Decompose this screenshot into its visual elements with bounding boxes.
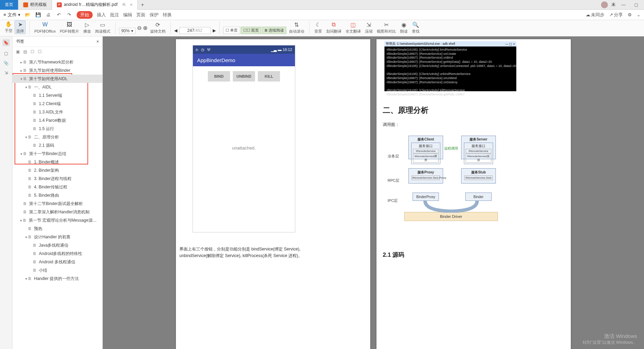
bookmark-item[interactable]: ▸🗎第九节如何使用Binder [12, 66, 102, 75]
bookmark-item[interactable]: 🗎3. Binder进程与线程 [12, 174, 102, 183]
bookmark-item[interactable]: 🗎1. Binder概述 [12, 158, 102, 166]
translate-icon: ◫ [350, 21, 357, 28]
play-button[interactable]: ▷播放 [82, 21, 92, 34]
crop-compare[interactable]: ✂截图和对比 [375, 21, 397, 34]
chevron-icon[interactable]: ▾ [24, 85, 28, 89]
bookmark-item[interactable]: 🗎1.3 AIDL文件 [12, 108, 102, 116]
bookmark-item[interactable]: 🗎2.1 源码 [12, 141, 102, 150]
minimize-icon[interactable]: — [619, 1, 628, 9]
menu-edit[interactable]: 编辑 [123, 12, 132, 18]
tab-pin-icon[interactable]: ⇱ [122, 2, 126, 7]
bookmark-item[interactable]: 🗎Android 多线程通信 [12, 258, 102, 266]
caret-down-icon[interactable]: ⌄ [637, 12, 641, 17]
rail-more-icon[interactable]: ⇲ [5, 70, 8, 75]
tab-template[interactable]: 稻壳模板 [18, 0, 52, 10]
bookmark-item[interactable]: 🗎第十二节Binder面试题全解析 [12, 199, 102, 208]
bookmark-item[interactable]: ▾🗎第十一节Binder总结 [12, 150, 102, 158]
maximize-icon[interactable]: ▢ [632, 1, 641, 9]
zoom-out-icon[interactable]: ⊖ [137, 25, 142, 31]
bookmark-item[interactable]: 🗎5. Binder路由 [12, 191, 102, 199]
bookmark-item[interactable]: 🗎第二章深入解析Handler消息机制 [12, 208, 102, 216]
panel-close-icon[interactable]: × [96, 39, 99, 44]
bookmark-item[interactable]: 🗎2. Binder架构 [12, 166, 102, 174]
chevron-icon[interactable]: ▾ [24, 277, 28, 281]
bookmark-item[interactable]: 🗎Android多线程的特殊性 [12, 249, 102, 258]
tab-home[interactable]: 首页 [0, 0, 18, 10]
bm-expand-icon[interactable]: ▣ [16, 49, 20, 54]
zoom-select[interactable]: 90% ▾ [119, 28, 136, 34]
share-button[interactable]: 分享 [609, 12, 623, 18]
full-translate[interactable]: ◫全文翻译 [344, 21, 362, 34]
bm-collapse-icon[interactable]: ▤ [23, 49, 27, 54]
rail-bookmarks-icon[interactable]: 🔖 [2, 39, 10, 46]
bookmark-item[interactable]: ▾🗎第一节 宏观理论分析与Message源码分析 [12, 216, 102, 224]
view-double[interactable]: ☐☐ 双页 [241, 27, 261, 34]
print-icon[interactable]: 🖨 [45, 12, 52, 18]
avatar[interactable] [601, 1, 608, 8]
bookmark-item[interactable]: ▾🗎第十节如何使用AIDL [12, 75, 102, 83]
document-canvas[interactable]: ⎋◷Ψ ▁▃ ▬ 18:12 AppBinderDemo BIND UNBIND… [103, 36, 644, 349]
menu-insert[interactable]: 插入 [97, 12, 106, 18]
open-icon[interactable]: 📂 [25, 12, 31, 18]
bookmark-item[interactable]: ▾🗎设计Handler 的初衷 [12, 233, 102, 241]
pdf-to-office[interactable]: WPDF转Office [33, 21, 57, 34]
chevron-icon[interactable]: ▾ [19, 77, 23, 81]
chevron-icon[interactable]: ▾ [19, 152, 23, 156]
menu-convert[interactable]: 转换 [163, 12, 172, 18]
bookmark-item[interactable]: 🗎1.5 运行 [12, 125, 102, 133]
bookmark-item[interactable]: 🗎1.2 Client端 [12, 100, 102, 108]
view-single[interactable]: ☐ 单页 [223, 27, 240, 34]
bookmark-item[interactable]: 🗎Java多线程通信 [12, 241, 102, 249]
autoscroll[interactable]: ⇅自动滚动 [288, 21, 306, 34]
tab-document[interactable]: P android fr…精编内核解析.pdf ⇱ × [52, 0, 138, 10]
hand-tool[interactable]: ✋手型 [3, 20, 14, 34]
bm-add-icon[interactable]: ☐ [31, 49, 34, 54]
chevron-icon[interactable]: ▾ [24, 135, 28, 139]
chevron-icon[interactable]: ▸ [19, 60, 23, 64]
bookmark-item[interactable]: 🗎1.1 Server端 [12, 91, 102, 100]
redo-icon[interactable]: ↷ [66, 12, 73, 18]
rail-thumbnails-icon[interactable]: ▢ [4, 51, 8, 56]
section-heading-2: 二、原理分析 [383, 105, 429, 116]
compress[interactable]: ⇲压缩 [364, 21, 374, 34]
bookmark-item[interactable]: ▾🗎一、AIDL [12, 83, 102, 91]
rotate-button[interactable]: ⟳旋转文档 [149, 21, 167, 34]
bm-flag-icon[interactable]: ☐ [38, 49, 42, 54]
bookmark-item[interactable]: 🗎4. Binder传输过程 [12, 183, 102, 191]
bookmark-item[interactable]: ▾🗎Handler 提供的一些方法 [12, 274, 102, 283]
page-prev-icon[interactable]: ◀ [174, 28, 177, 33]
select-tool[interactable]: ➤选择 [15, 20, 26, 34]
bookmark-item[interactable]: 🗎小结 [12, 266, 102, 274]
chevron-icon[interactable]: ▸ [19, 69, 23, 73]
save-icon[interactable]: 💾 [35, 12, 41, 18]
bookmark-item[interactable]: ▸🗎第八节framework层分析 [12, 58, 102, 66]
bookmark-item[interactable]: 🗎预热 [12, 224, 102, 233]
rail-attachments-icon[interactable]: 📎 [3, 61, 9, 66]
pdf-to-image[interactable]: 🖼PDF转图片 [59, 21, 80, 34]
menu-start[interactable]: 开始 [77, 11, 93, 19]
sync-status[interactable]: 未同步 [586, 12, 604, 18]
menu-page[interactable]: 页面 [136, 12, 145, 18]
page-input[interactable]: 247/452 [179, 27, 211, 34]
bookmark-item[interactable]: ▾🗎二、原理分析 [12, 133, 102, 141]
page-next-icon[interactable]: ▶ [213, 28, 216, 33]
background[interactable]: ☾背景 [313, 21, 323, 34]
file-menu[interactable]: ≡ 文件 ▾ [3, 12, 20, 18]
zoom-in-icon[interactable]: ⊕ [143, 25, 147, 31]
tab-add-button[interactable]: + [138, 0, 147, 10]
dict-translate[interactable]: ⧉划词翻译 [325, 21, 343, 34]
read-mode[interactable]: ▭阅读模式 [94, 21, 112, 34]
chevron-icon[interactable]: ▾ [19, 219, 23, 222]
view-continuous[interactable]: ≣ 连续阅读 [262, 27, 286, 34]
bookmarks-tree[interactable]: ▸🗎第八节framework层分析▸🗎第九节如何使用Binder▾🗎第十节如何使… [12, 57, 102, 349]
chevron-icon[interactable]: ▾ [24, 235, 28, 239]
undo-icon[interactable]: ↶ [56, 12, 62, 18]
template-icon [23, 2, 28, 7]
menu-review[interactable]: 批注 [110, 12, 119, 18]
bookmark-item[interactable]: 🗎1.4 Parcel数据 [12, 116, 102, 125]
settings-icon[interactable]: ⚙ [628, 12, 632, 17]
close-icon[interactable]: × [130, 2, 133, 7]
menu-protect[interactable]: 保护 [150, 12, 159, 18]
speak[interactable]: ◉朗读 [399, 21, 409, 34]
find[interactable]: 🔍查找 [410, 21, 421, 34]
